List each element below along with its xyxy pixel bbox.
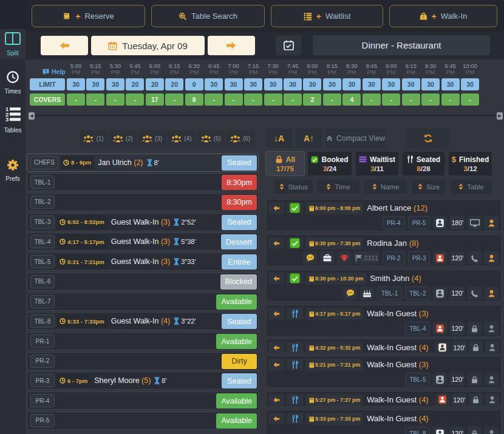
svg-text:?: ? xyxy=(44,69,47,73)
svg-text:3: 3 xyxy=(5,116,9,122)
